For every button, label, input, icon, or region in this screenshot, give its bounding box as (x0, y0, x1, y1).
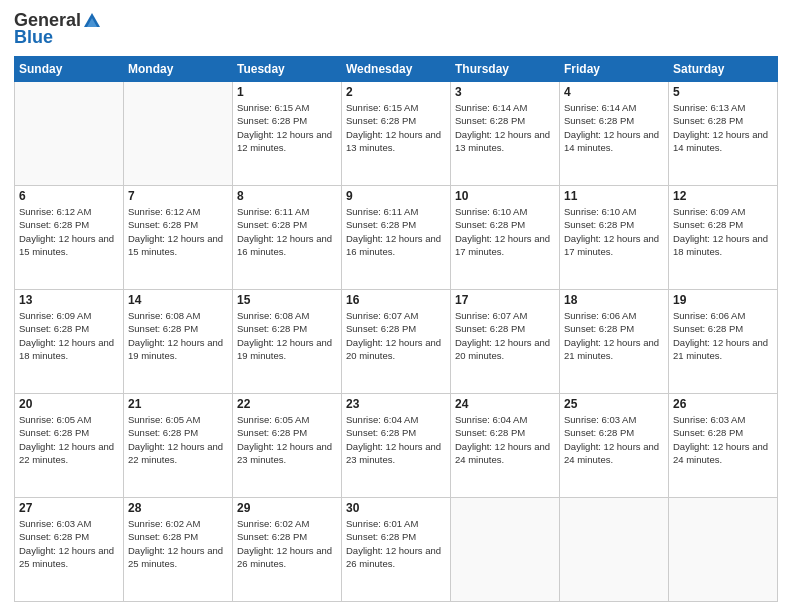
cell-date: 21 (128, 397, 228, 411)
calendar-cell: 30Sunrise: 6:01 AM Sunset: 6:28 PM Dayli… (342, 498, 451, 602)
calendar-cell: 4Sunrise: 6:14 AM Sunset: 6:28 PM Daylig… (560, 82, 669, 186)
calendar-cell (451, 498, 560, 602)
cell-info: Sunrise: 6:06 AM Sunset: 6:28 PM Dayligh… (673, 309, 773, 362)
cell-date: 1 (237, 85, 337, 99)
cell-info: Sunrise: 6:03 AM Sunset: 6:28 PM Dayligh… (564, 413, 664, 466)
cell-date: 4 (564, 85, 664, 99)
calendar-cell: 27Sunrise: 6:03 AM Sunset: 6:28 PM Dayli… (15, 498, 124, 602)
cell-date: 29 (237, 501, 337, 515)
calendar-week-3: 13Sunrise: 6:09 AM Sunset: 6:28 PM Dayli… (15, 290, 778, 394)
calendar-cell: 14Sunrise: 6:08 AM Sunset: 6:28 PM Dayli… (124, 290, 233, 394)
cell-date: 16 (346, 293, 446, 307)
calendar-cell: 20Sunrise: 6:05 AM Sunset: 6:28 PM Dayli… (15, 394, 124, 498)
cell-date: 30 (346, 501, 446, 515)
calendar-cell: 6Sunrise: 6:12 AM Sunset: 6:28 PM Daylig… (15, 186, 124, 290)
cell-date: 3 (455, 85, 555, 99)
calendar-table: SundayMondayTuesdayWednesdayThursdayFrid… (14, 56, 778, 602)
cell-info: Sunrise: 6:10 AM Sunset: 6:28 PM Dayligh… (564, 205, 664, 258)
cell-date: 28 (128, 501, 228, 515)
calendar-cell: 17Sunrise: 6:07 AM Sunset: 6:28 PM Dayli… (451, 290, 560, 394)
cell-info: Sunrise: 6:14 AM Sunset: 6:28 PM Dayligh… (564, 101, 664, 154)
cell-date: 5 (673, 85, 773, 99)
day-header-monday: Monday (124, 57, 233, 82)
cell-date: 25 (564, 397, 664, 411)
calendar-cell: 8Sunrise: 6:11 AM Sunset: 6:28 PM Daylig… (233, 186, 342, 290)
calendar-cell: 3Sunrise: 6:14 AM Sunset: 6:28 PM Daylig… (451, 82, 560, 186)
cell-info: Sunrise: 6:06 AM Sunset: 6:28 PM Dayligh… (564, 309, 664, 362)
calendar-cell: 9Sunrise: 6:11 AM Sunset: 6:28 PM Daylig… (342, 186, 451, 290)
cell-date: 11 (564, 189, 664, 203)
cell-info: Sunrise: 6:07 AM Sunset: 6:28 PM Dayligh… (346, 309, 446, 362)
calendar-cell: 24Sunrise: 6:04 AM Sunset: 6:28 PM Dayli… (451, 394, 560, 498)
cell-info: Sunrise: 6:02 AM Sunset: 6:28 PM Dayligh… (128, 517, 228, 570)
cell-info: Sunrise: 6:11 AM Sunset: 6:28 PM Dayligh… (346, 205, 446, 258)
calendar-week-1: 1Sunrise: 6:15 AM Sunset: 6:28 PM Daylig… (15, 82, 778, 186)
cell-info: Sunrise: 6:14 AM Sunset: 6:28 PM Dayligh… (455, 101, 555, 154)
logo: General Blue (14, 10, 102, 48)
calendar-cell: 7Sunrise: 6:12 AM Sunset: 6:28 PM Daylig… (124, 186, 233, 290)
cell-info: Sunrise: 6:05 AM Sunset: 6:28 PM Dayligh… (237, 413, 337, 466)
calendar-cell: 29Sunrise: 6:02 AM Sunset: 6:28 PM Dayli… (233, 498, 342, 602)
cell-date: 19 (673, 293, 773, 307)
cell-date: 12 (673, 189, 773, 203)
cell-info: Sunrise: 6:08 AM Sunset: 6:28 PM Dayligh… (237, 309, 337, 362)
cell-info: Sunrise: 6:05 AM Sunset: 6:28 PM Dayligh… (19, 413, 119, 466)
cell-info: Sunrise: 6:15 AM Sunset: 6:28 PM Dayligh… (346, 101, 446, 154)
cell-info: Sunrise: 6:11 AM Sunset: 6:28 PM Dayligh… (237, 205, 337, 258)
cell-date: 27 (19, 501, 119, 515)
calendar-cell (669, 498, 778, 602)
calendar-cell: 28Sunrise: 6:02 AM Sunset: 6:28 PM Dayli… (124, 498, 233, 602)
cell-info: Sunrise: 6:03 AM Sunset: 6:28 PM Dayligh… (673, 413, 773, 466)
calendar-cell: 16Sunrise: 6:07 AM Sunset: 6:28 PM Dayli… (342, 290, 451, 394)
calendar-cell: 26Sunrise: 6:03 AM Sunset: 6:28 PM Dayli… (669, 394, 778, 498)
cell-date: 26 (673, 397, 773, 411)
cell-date: 10 (455, 189, 555, 203)
day-header-wednesday: Wednesday (342, 57, 451, 82)
cell-date: 22 (237, 397, 337, 411)
cell-info: Sunrise: 6:04 AM Sunset: 6:28 PM Dayligh… (346, 413, 446, 466)
cell-date: 18 (564, 293, 664, 307)
cell-info: Sunrise: 6:07 AM Sunset: 6:28 PM Dayligh… (455, 309, 555, 362)
cell-date: 20 (19, 397, 119, 411)
day-header-saturday: Saturday (669, 57, 778, 82)
cell-date: 24 (455, 397, 555, 411)
cell-date: 7 (128, 189, 228, 203)
cell-date: 9 (346, 189, 446, 203)
calendar-cell: 19Sunrise: 6:06 AM Sunset: 6:28 PM Dayli… (669, 290, 778, 394)
calendar-cell: 2Sunrise: 6:15 AM Sunset: 6:28 PM Daylig… (342, 82, 451, 186)
calendar-cell (560, 498, 669, 602)
day-header-thursday: Thursday (451, 57, 560, 82)
cell-date: 13 (19, 293, 119, 307)
calendar-cell: 18Sunrise: 6:06 AM Sunset: 6:28 PM Dayli… (560, 290, 669, 394)
cell-info: Sunrise: 6:05 AM Sunset: 6:28 PM Dayligh… (128, 413, 228, 466)
cell-date: 15 (237, 293, 337, 307)
calendar-cell: 12Sunrise: 6:09 AM Sunset: 6:28 PM Dayli… (669, 186, 778, 290)
cell-info: Sunrise: 6:02 AM Sunset: 6:28 PM Dayligh… (237, 517, 337, 570)
calendar-week-2: 6Sunrise: 6:12 AM Sunset: 6:28 PM Daylig… (15, 186, 778, 290)
calendar-cell (124, 82, 233, 186)
calendar-cell: 15Sunrise: 6:08 AM Sunset: 6:28 PM Dayli… (233, 290, 342, 394)
day-header-sunday: Sunday (15, 57, 124, 82)
calendar-cell (15, 82, 124, 186)
calendar-cell: 23Sunrise: 6:04 AM Sunset: 6:28 PM Dayli… (342, 394, 451, 498)
calendar-week-4: 20Sunrise: 6:05 AM Sunset: 6:28 PM Dayli… (15, 394, 778, 498)
cell-info: Sunrise: 6:15 AM Sunset: 6:28 PM Dayligh… (237, 101, 337, 154)
calendar-cell: 25Sunrise: 6:03 AM Sunset: 6:28 PM Dayli… (560, 394, 669, 498)
day-header-friday: Friday (560, 57, 669, 82)
calendar-cell: 11Sunrise: 6:10 AM Sunset: 6:28 PM Dayli… (560, 186, 669, 290)
cell-date: 17 (455, 293, 555, 307)
cell-date: 14 (128, 293, 228, 307)
calendar-header-row: SundayMondayTuesdayWednesdayThursdayFrid… (15, 57, 778, 82)
cell-info: Sunrise: 6:12 AM Sunset: 6:28 PM Dayligh… (19, 205, 119, 258)
cell-date: 2 (346, 85, 446, 99)
cell-info: Sunrise: 6:09 AM Sunset: 6:28 PM Dayligh… (19, 309, 119, 362)
cell-info: Sunrise: 6:01 AM Sunset: 6:28 PM Dayligh… (346, 517, 446, 570)
calendar-cell: 13Sunrise: 6:09 AM Sunset: 6:28 PM Dayli… (15, 290, 124, 394)
cell-info: Sunrise: 6:08 AM Sunset: 6:28 PM Dayligh… (128, 309, 228, 362)
cell-date: 6 (19, 189, 119, 203)
page-header: General Blue (14, 10, 778, 48)
calendar-week-5: 27Sunrise: 6:03 AM Sunset: 6:28 PM Dayli… (15, 498, 778, 602)
calendar-cell: 21Sunrise: 6:05 AM Sunset: 6:28 PM Dayli… (124, 394, 233, 498)
cell-info: Sunrise: 6:04 AM Sunset: 6:28 PM Dayligh… (455, 413, 555, 466)
cell-info: Sunrise: 6:12 AM Sunset: 6:28 PM Dayligh… (128, 205, 228, 258)
